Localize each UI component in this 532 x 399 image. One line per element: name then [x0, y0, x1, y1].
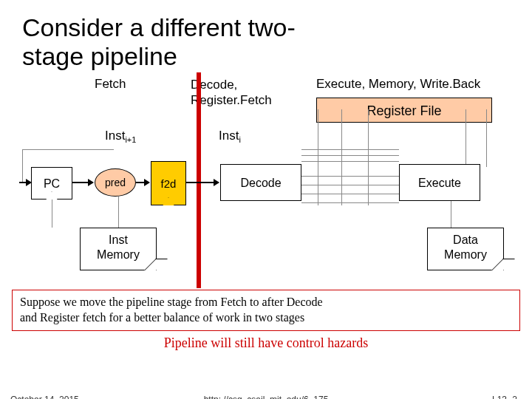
bus-line	[368, 109, 369, 205]
folded-corner-icon	[491, 259, 515, 270]
stage-label-row: Fetch Decode, Register.Fetch Execute, Me…	[0, 77, 532, 129]
inst-cur-sub: i	[239, 136, 240, 145]
footer-url: http: //csg. csail. mit. edu/6. 175	[204, 395, 329, 399]
inst-next-text: Inst	[105, 129, 125, 143]
f2d-latch-block: f2d	[151, 161, 186, 205]
bus-line	[22, 149, 23, 183]
arrow-pc-to-pred	[72, 182, 93, 183]
arrow-to-pc	[19, 182, 31, 183]
execute-block: Execute	[399, 164, 480, 201]
bus-line	[301, 155, 399, 156]
bus-line	[52, 200, 52, 228]
bus-line	[301, 202, 399, 203]
stage-fetch-label: Fetch	[95, 77, 126, 92]
data-memory-block: Data Memory	[427, 228, 504, 270]
folded-corner-icon	[144, 259, 168, 270]
decode-block: Decode	[220, 164, 301, 201]
inst-cur-label: Insti	[219, 129, 241, 144]
caption-line-1: Suppose we move the pipeline stage from …	[20, 296, 323, 308]
arrow-f2d-to-decode	[186, 182, 219, 183]
slide-title: Consider a different two- stage pipeline	[0, 0, 532, 77]
title-line-2: stage pipeline	[22, 42, 177, 70]
title-line-1: Consider a different two-	[22, 13, 296, 41]
imem-line-2: Memory	[97, 248, 140, 261]
bus-line	[466, 109, 466, 167]
stage-decode-line-2: Register.Fetch	[191, 93, 272, 107]
bus-line	[118, 197, 119, 228]
bus-line	[301, 194, 399, 194]
arrow-pred-to-f2d	[136, 182, 149, 183]
branch-predictor-block: pred	[95, 168, 136, 197]
caption-line-2: and Register fetch for a better balance …	[20, 311, 304, 324]
bus-line	[301, 149, 399, 150]
bus-line	[341, 109, 342, 205]
bus-line	[486, 109, 487, 167]
bus-line	[22, 149, 114, 150]
bus-line	[451, 201, 451, 228]
stage-decode-label: Decode, Register.Fetch	[191, 77, 294, 109]
bus-line	[301, 185, 399, 185]
inst-memory-block: Inst Memory	[80, 228, 157, 270]
footer-date: October 14, 2015	[10, 395, 79, 399]
stage-execute-label: Execute, Memory, Write.Back	[316, 77, 480, 92]
inst-next-label: Insti+1	[105, 129, 136, 144]
inst-cur-text: Inst	[219, 129, 239, 143]
imem-line-1: Inst	[109, 233, 128, 246]
inst-next-sub: i+1	[125, 136, 136, 145]
pipeline-boundary-bar	[197, 72, 201, 288]
dmem-line-2: Memory	[444, 248, 487, 261]
bus-line	[301, 176, 399, 177]
pipeline-diagram: PC pred f2d Decode Execute Inst Memory D…	[0, 154, 532, 285]
pc-register-block: PC	[31, 167, 72, 200]
bus-line	[301, 161, 399, 162]
footer-page: L13 -2	[492, 395, 517, 399]
dmem-line-1: Data	[453, 233, 478, 246]
caption-note-box: Suppose we move the pipeline stage from …	[12, 290, 520, 331]
bus-line	[318, 109, 318, 205]
hazard-note: Pipeline will still have control hazards	[0, 335, 532, 351]
